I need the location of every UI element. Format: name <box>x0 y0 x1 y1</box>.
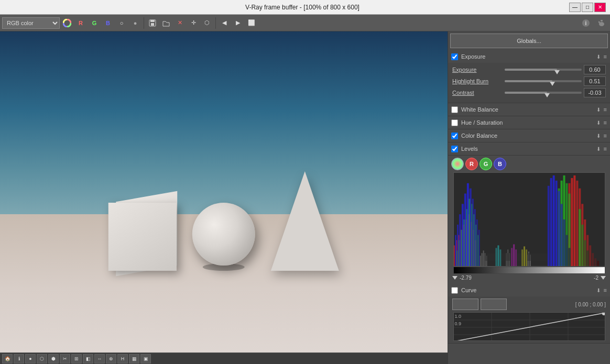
histogram-right-handle[interactable] <box>601 276 606 280</box>
viewport[interactable]: 🏠 ℹ ● ⬡ ⬢ ✂ ⊞ ◧ ↔ ⊕ H ▦ ▣ <box>0 31 448 364</box>
levels-section: Levels ⬇ ≡ <box>448 142 610 156</box>
exposure-params: Exposure Highlight Burn <box>448 63 610 103</box>
contrast-value[interactable] <box>584 88 606 97</box>
contrast-thumb[interactable] <box>544 93 550 97</box>
white-balance-expand-icon[interactable]: ⬇ <box>596 107 601 113</box>
svg-rect-21 <box>573 175 575 266</box>
color-balance-menu-icon[interactable]: ≡ <box>604 133 607 139</box>
histogram-g-button[interactable]: G <box>480 158 492 170</box>
svg-rect-46 <box>579 209 581 266</box>
curve-menu-icon[interactable]: ≡ <box>604 287 607 293</box>
bottom-btn-3[interactable]: ● <box>25 354 36 363</box>
svg-rect-68 <box>565 235 568 266</box>
contrast-label[interactable]: Contrast <box>452 90 505 96</box>
exposure-slider[interactable] <box>505 65 582 74</box>
exposure-menu-icon[interactable]: ≡ <box>604 53 607 60</box>
highlight-burn-slider[interactable] <box>505 77 582 85</box>
curve-presets <box>452 299 507 310</box>
levels-title: Levels <box>461 146 593 152</box>
hue-saturation-expand-icon[interactable]: ⬇ <box>596 120 601 126</box>
highlight-burn-label[interactable]: Highlight Burn <box>452 78 505 84</box>
white-circle-button[interactable]: ○ <box>115 17 128 29</box>
levels-menu-icon[interactable]: ≡ <box>604 146 607 152</box>
curve-coordinates: [ 0.00 ; 0.00 ] <box>575 302 606 307</box>
delete-button[interactable]: ✕ <box>173 17 186 29</box>
exposure-expand-icon[interactable]: ⬇ <box>596 54 601 60</box>
levels-expand-icon[interactable]: ⬇ <box>596 146 601 152</box>
color-wheel-icon[interactable] <box>61 17 73 29</box>
svg-rect-90 <box>526 249 527 266</box>
bottom-btn-7[interactable]: ⊞ <box>71 354 82 363</box>
curve-preset-2[interactable] <box>481 299 507 310</box>
bottom-btn-2[interactable]: ℹ <box>14 354 24 363</box>
hue-saturation-menu-icon[interactable]: ≡ <box>604 119 607 126</box>
minimize-button[interactable]: — <box>569 3 581 12</box>
move-button[interactable]: ✛ <box>187 17 200 29</box>
hue-saturation-checkbox[interactable] <box>451 119 458 126</box>
viewport-canvas <box>0 31 448 364</box>
histogram-left-handle[interactable] <box>452 276 458 280</box>
close-button[interactable]: ✕ <box>594 3 606 12</box>
title-bar-controls: — □ ✕ <box>569 3 606 12</box>
svg-rect-62 <box>550 178 552 266</box>
highlight-burn-value[interactable] <box>584 76 606 86</box>
white-balance-menu-icon[interactable]: ≡ <box>604 106 607 113</box>
exposure-checkbox[interactable] <box>451 53 458 60</box>
histogram-b-button[interactable]: B <box>494 158 506 170</box>
svg-rect-60 <box>478 230 480 266</box>
curve-expand-icon[interactable]: ⬇ <box>596 288 601 293</box>
gray-circle-button[interactable]: ● <box>129 17 141 29</box>
color-balance-checkbox[interactable] <box>451 133 458 139</box>
teapot-button[interactable] <box>595 17 608 29</box>
exposure-thumb[interactable] <box>554 70 560 74</box>
white-balance-checkbox[interactable] <box>451 106 458 113</box>
curve-canvas[interactable]: 1.0 0.9 <box>453 312 605 341</box>
highlight-burn-thumb[interactable] <box>550 82 555 86</box>
bottom-btn-8[interactable]: ◧ <box>83 354 93 363</box>
hue-saturation-title: Hue / Saturation <box>461 119 593 126</box>
color-mode-select[interactable]: RGB color Alpha Luminance <box>2 17 60 29</box>
svg-rect-7 <box>601 20 603 21</box>
contrast-slider[interactable] <box>505 89 582 97</box>
curve-svg <box>454 313 605 341</box>
bottom-btn-11[interactable]: H <box>117 354 128 363</box>
bucket-button[interactable]: ⬡ <box>201 17 213 29</box>
svg-rect-51 <box>456 225 458 266</box>
bottom-btn-9[interactable]: ↔ <box>94 354 105 363</box>
exposure-param-row: Exposure <box>452 65 606 74</box>
exposure-label[interactable]: Exposure <box>452 67 505 73</box>
globals-button[interactable]: Globals... <box>450 34 608 48</box>
histogram-area: R G B <box>448 156 610 284</box>
svg-rect-47 <box>581 225 583 266</box>
highlight-burn-row: Highlight Burn <box>452 76 606 86</box>
zoom-button[interactable]: ⬜ <box>245 17 258 29</box>
bottom-btn-1[interactable]: 🏠 <box>2 354 13 363</box>
exposure-value[interactable] <box>584 65 606 74</box>
bottom-btn-6[interactable]: ✂ <box>60 354 70 363</box>
curve-params: [ 0.00 ; 0.00 ] <box>448 296 610 343</box>
next-button[interactable]: ▶ <box>232 17 244 29</box>
hue-saturation-header: Hue / Saturation ⬇ ≡ <box>448 116 610 129</box>
bottom-btn-10[interactable]: ⊕ <box>106 354 116 363</box>
bottom-btn-13[interactable]: ▣ <box>140 354 151 363</box>
color-balance-expand-icon[interactable]: ⬇ <box>596 133 601 139</box>
prev-button[interactable]: ◀ <box>218 17 231 29</box>
info-button[interactable]: i <box>580 17 592 29</box>
bottom-btn-5[interactable]: ⬢ <box>48 354 59 363</box>
save-button[interactable] <box>146 17 159 29</box>
g-channel-button[interactable]: G <box>88 17 101 29</box>
b-channel-button[interactable]: B <box>102 17 114 29</box>
curve-checkbox[interactable] <box>451 287 458 294</box>
bottom-btn-12[interactable]: ▦ <box>129 354 139 363</box>
curve-preset-1[interactable] <box>452 299 478 310</box>
histogram-canvas <box>453 172 605 267</box>
histogram-rgb-button[interactable] <box>451 158 464 170</box>
bottom-btn-4[interactable]: ⬡ <box>37 354 47 363</box>
levels-checkbox[interactable] <box>451 146 458 152</box>
histogram-r-button[interactable]: R <box>465 158 478 170</box>
open-button[interactable] <box>160 17 172 29</box>
svg-rect-82 <box>495 248 497 266</box>
r-channel-button[interactable]: R <box>74 17 87 29</box>
maximize-button[interactable]: □ <box>582 3 593 12</box>
white-balance-header: White Balance ⬇ ≡ <box>448 103 610 116</box>
